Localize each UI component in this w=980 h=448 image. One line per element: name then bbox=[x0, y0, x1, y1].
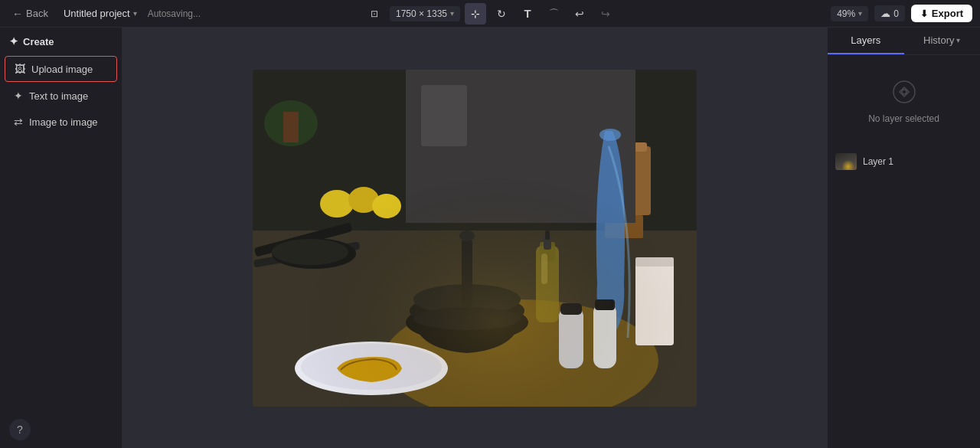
right-sidebar: Layers History ▾ No layer selected Layer… bbox=[827, 28, 980, 448]
upload-image-icon: 🖼 bbox=[15, 63, 25, 75]
sidebar-item-image-to-image[interactable]: ⇄ Image to image bbox=[5, 110, 117, 134]
main-layout: ✦ Create 🖼 Upload image ✦ Text to image … bbox=[0, 28, 980, 448]
chevron-down-icon: ▾ bbox=[858, 9, 862, 18]
chevron-down-icon: ▾ bbox=[133, 9, 137, 18]
kitchen-scene-visual bbox=[253, 70, 697, 407]
layer-name: Layer 1 bbox=[863, 156, 893, 167]
back-icon: ← bbox=[12, 8, 23, 20]
topbar: ← Back Untitled project ▾ Autosaving... … bbox=[0, 0, 980, 28]
cloud-sync-button[interactable]: ☁ 0 bbox=[874, 5, 905, 21]
layers-tab-label: Layers bbox=[851, 34, 880, 46]
text-tool-button[interactable]: T bbox=[517, 3, 538, 25]
chevron-down-icon: ▾ bbox=[956, 36, 960, 44]
image-to-image-label: Image to image bbox=[29, 116, 98, 128]
export-icon: ⬇ bbox=[920, 8, 928, 19]
canvas-area[interactable] bbox=[122, 28, 827, 448]
pen-tool-button[interactable]: ⌒ bbox=[543, 3, 564, 25]
zoom-button[interactable]: 49% ▾ bbox=[831, 6, 868, 21]
tab-history[interactable]: History ▾ bbox=[904, 28, 981, 54]
layer-thumbnail bbox=[835, 153, 857, 170]
kitchen-svg bbox=[253, 70, 697, 407]
undo-button[interactable]: ↩ bbox=[569, 3, 590, 25]
text-to-image-label: Text to image bbox=[29, 90, 88, 102]
svg-point-42 bbox=[902, 90, 906, 94]
export-label: Export bbox=[932, 8, 963, 19]
cloud-icon: ☁ bbox=[880, 8, 890, 19]
topbar-left: ← Back Untitled project ▾ Autosaving... bbox=[8, 5, 325, 22]
project-title: Untitled project bbox=[64, 8, 130, 19]
redo-button[interactable]: ↪ bbox=[595, 3, 616, 25]
image-to-image-icon: ⇄ bbox=[14, 116, 23, 128]
create-icon: ✦ bbox=[9, 35, 18, 47]
no-layer-text: No layer selected bbox=[868, 113, 939, 124]
tab-layers[interactable]: Layers bbox=[828, 28, 904, 54]
no-layer-icon bbox=[890, 78, 918, 106]
help-icon: ? bbox=[17, 423, 23, 436]
svg-point-41 bbox=[893, 81, 915, 103]
layers-panel: No layer selected Layer 1 bbox=[828, 55, 980, 448]
help-button[interactable]: ? bbox=[9, 419, 31, 440]
select-tool-button[interactable]: ⊹ bbox=[465, 3, 486, 25]
chevron-down-icon: ▾ bbox=[450, 9, 454, 18]
zoom-level: 49% bbox=[837, 8, 855, 19]
upload-image-label: Upload image bbox=[31, 64, 93, 75]
autosave-status: Autosaving... bbox=[148, 8, 201, 19]
back-label: Back bbox=[26, 8, 48, 19]
project-name-button[interactable]: Untitled project ▾ bbox=[59, 5, 142, 21]
canvas-size-button[interactable]: 1750 × 1335 ▾ bbox=[390, 6, 460, 21]
topbar-right: 49% ▾ ☁ 0 ⬇ Export bbox=[655, 5, 972, 22]
rotate-tool-button[interactable]: ↻ bbox=[491, 3, 512, 25]
svg-rect-40 bbox=[253, 70, 697, 407]
right-sidebar-tabs: Layers History ▾ bbox=[828, 28, 980, 55]
layer-item[interactable]: Layer 1 bbox=[828, 147, 980, 176]
no-layer-area: No layer selected bbox=[853, 55, 955, 147]
left-sidebar: ✦ Create 🖼 Upload image ✦ Text to image … bbox=[0, 28, 122, 448]
cloud-count: 0 bbox=[893, 8, 899, 19]
sidebar-bottom: ? bbox=[0, 411, 122, 448]
frame-icon[interactable]: ⊡ bbox=[364, 3, 385, 25]
create-label: Create bbox=[23, 36, 54, 47]
history-tab-label: History bbox=[923, 34, 954, 46]
sidebar-item-upload[interactable]: 🖼 Upload image bbox=[5, 56, 117, 82]
text-to-image-icon: ✦ bbox=[14, 90, 23, 102]
canvas-image bbox=[253, 70, 697, 407]
sidebar-item-text-to-image[interactable]: ✦ Text to image bbox=[5, 83, 117, 108]
export-button[interactable]: ⬇ Export bbox=[911, 5, 972, 22]
create-section-header: ✦ Create bbox=[0, 28, 122, 55]
back-button[interactable]: ← Back bbox=[8, 5, 53, 22]
canvas-dimensions: 1750 × 1335 bbox=[396, 8, 447, 19]
topbar-center: ⊡ 1750 × 1335 ▾ ⊹ ↻ T ⌒ ↩ ↪ bbox=[332, 3, 649, 25]
